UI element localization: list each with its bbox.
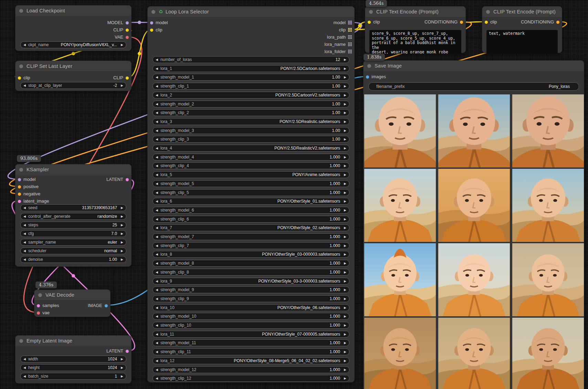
decrement-arrow-icon[interactable]: ◀ xyxy=(156,56,160,63)
decrement-arrow-icon[interactable]: ◀ xyxy=(156,171,160,178)
negative-prompt-textarea[interactable]: text, watermark xyxy=(486,30,558,54)
socket-dot[interactable] xyxy=(18,200,21,203)
widget-strength_clip_6[interactable]: ◀strength_clip_61.000▶ xyxy=(153,216,349,223)
widget-strength_model_5[interactable]: ◀strength_model_51.000▶ xyxy=(153,180,349,187)
node-title-bar[interactable]: Save Image xyxy=(364,61,584,71)
widget-lora_2[interactable]: ◀lora_2PONY/2.5DCartoonV2.safetensors▶ xyxy=(153,92,349,99)
decrement-arrow-icon[interactable]: ◀ xyxy=(156,233,160,240)
output-socket-CONDITIONING[interactable]: CONDITIONING xyxy=(424,19,463,25)
output-socket-LATENT[interactable]: LATENT xyxy=(106,348,129,354)
widget-strength_clip_1[interactable]: ◀strength_clip_11.00▶ xyxy=(153,83,349,90)
node-title-bar[interactable]: CLIP Text Encode (Prompt) xyxy=(365,7,465,17)
widget-strength_clip_2[interactable]: ◀strength_clip_21.00▶ xyxy=(153,109,349,116)
widget-width[interactable]: ◀width1024▶ xyxy=(20,356,126,362)
increment-arrow-icon[interactable]: ▶ xyxy=(342,136,346,143)
decrement-arrow-icon[interactable]: ◀ xyxy=(156,118,160,125)
widget-strength_clip_9[interactable]: ◀strength_clip_91.000▶ xyxy=(153,295,349,302)
increment-arrow-icon[interactable]: ▶ xyxy=(119,204,123,211)
increment-arrow-icon[interactable]: ▶ xyxy=(342,375,346,382)
decrement-arrow-icon[interactable]: ◀ xyxy=(23,41,28,48)
decrement-arrow-icon[interactable]: ◀ xyxy=(156,322,160,329)
widget-scheduler[interactable]: ◀schedulernormal▶ xyxy=(20,247,126,254)
increment-arrow-icon[interactable]: ▶ xyxy=(342,65,346,72)
socket-dot[interactable] xyxy=(105,304,108,307)
widget-strength_clip_12[interactable]: ◀strength_clip_121.000▶ xyxy=(153,375,349,382)
socket-dot[interactable] xyxy=(18,185,21,188)
decrement-arrow-icon[interactable]: ◀ xyxy=(156,242,160,249)
increment-arrow-icon[interactable]: ▶ xyxy=(342,295,346,302)
socket-dot[interactable] xyxy=(126,29,129,32)
input-socket-negative[interactable]: negative xyxy=(18,191,40,197)
widget-lora_4[interactable]: ◀lora_4PONY/2.5DRealisticV2.safetensors▶ xyxy=(153,145,349,152)
decrement-arrow-icon[interactable]: ◀ xyxy=(156,101,160,108)
socket-dot[interactable] xyxy=(150,21,153,24)
increment-arrow-icon[interactable]: ▶ xyxy=(342,242,346,249)
widget-strength_clip_7[interactable]: ◀strength_clip_71.000▶ xyxy=(153,242,349,249)
increment-arrow-icon[interactable]: ▶ xyxy=(342,154,346,161)
output-socket-LATENT[interactable]: LATENT xyxy=(106,177,129,182)
decrement-arrow-icon[interactable]: ◀ xyxy=(156,154,160,161)
node-save-image[interactable]: Save Image xyxy=(363,60,584,389)
widget-strength_clip_4[interactable]: ◀strength_clip_41.000▶ xyxy=(153,162,349,169)
increment-arrow-icon[interactable]: ▶ xyxy=(342,286,346,293)
widget-ckpt_name[interactable]: ◀ckpt_namePONY/ponyDiffusionV6XL_v...▶ xyxy=(20,41,126,48)
node-ksampler[interactable]: KSampler modelpositivenegativelatent_ima… xyxy=(15,164,132,267)
increment-arrow-icon[interactable]: ▶ xyxy=(342,198,346,205)
widget-filename_prefix[interactable]: filename_prefixPony_loras xyxy=(368,82,579,91)
node-empty-latent-image[interactable]: Empty Latent Image LATENT◀width1024▶◀hei… xyxy=(15,335,132,383)
increment-arrow-icon[interactable]: ▶ xyxy=(342,56,346,63)
increment-arrow-icon[interactable]: ▶ xyxy=(342,83,346,90)
socket-dot[interactable] xyxy=(556,21,559,24)
node-clip-text-encode-positive[interactable]: CLIP Text Encode (Prompt) score_9, score… xyxy=(365,6,466,53)
socket-dot[interactable] xyxy=(150,29,153,32)
widget-strength_clip_11[interactable]: ◀strength_clip_111.000▶ xyxy=(153,348,349,355)
input-socket-latent_image[interactable]: latent_image xyxy=(18,198,49,204)
increment-arrow-icon[interactable]: ▶ xyxy=(342,180,346,187)
decrement-arrow-icon[interactable]: ◀ xyxy=(156,65,160,72)
socket-dot[interactable] xyxy=(126,178,129,181)
widget-denoise[interactable]: ◀denoise1.00▶ xyxy=(20,256,126,263)
input-socket-clip[interactable]: clip xyxy=(150,27,162,33)
decrement-arrow-icon[interactable]: ◀ xyxy=(23,222,28,228)
increment-arrow-icon[interactable]: ▶ xyxy=(342,331,346,338)
widget-strength_model_11[interactable]: ◀strength_model_111.000▶ xyxy=(153,339,349,346)
decrement-arrow-icon[interactable]: ◀ xyxy=(156,145,160,152)
widget-lora_7[interactable]: ◀lora_7PONY/OtherStyle_02.safetensors▶ xyxy=(153,224,349,231)
increment-arrow-icon[interactable]: ▶ xyxy=(342,118,346,125)
widget-lora_1[interactable]: ◀lora_1PONY/2.5DCartoon.safetensors▶ xyxy=(153,65,349,72)
increment-arrow-icon[interactable]: ▶ xyxy=(342,162,346,169)
increment-arrow-icon[interactable]: ▶ xyxy=(342,145,346,152)
increment-arrow-icon[interactable]: ▶ xyxy=(342,189,346,196)
input-socket-model[interactable]: model xyxy=(150,20,168,25)
widget-number_of_loras[interactable]: ◀number_of_loras12▶ xyxy=(153,56,349,63)
decrement-arrow-icon[interactable]: ◀ xyxy=(156,331,160,338)
increment-arrow-icon[interactable]: ▶ xyxy=(119,222,123,228)
increment-arrow-icon[interactable]: ▶ xyxy=(342,207,346,214)
node-title-bar[interactable]: CLIP Set Last Layer xyxy=(15,61,131,71)
increment-arrow-icon[interactable]: ▶ xyxy=(342,304,346,311)
widget-strength_model_8[interactable]: ◀strength_model_81.000▶ xyxy=(153,260,349,267)
decrement-arrow-icon[interactable]: ◀ xyxy=(156,260,160,267)
increment-arrow-icon[interactable]: ▶ xyxy=(342,339,346,346)
socket-dot[interactable] xyxy=(126,350,129,353)
output-socket-CLIP[interactable]: CLIP xyxy=(113,27,129,33)
decrement-arrow-icon[interactable]: ◀ xyxy=(23,230,28,237)
increment-arrow-icon[interactable]: ▶ xyxy=(119,41,123,48)
decrement-arrow-icon[interactable]: ◀ xyxy=(156,366,160,373)
widget-lora_3[interactable]: ◀lora_3PONY/2.5DRealistic.safetensors▶ xyxy=(153,118,349,125)
decrement-arrow-icon[interactable]: ◀ xyxy=(156,74,160,81)
widget-stop_at_clip_layer[interactable]: ◀stop_at_clip_layer-2▶ xyxy=(20,82,126,89)
output-socket-MODEL[interactable]: MODEL xyxy=(107,20,129,25)
widget-strength_model_6[interactable]: ◀strength_model_61.000▶ xyxy=(153,207,349,214)
widget-strength_clip_8[interactable]: ◀strength_clip_81.000▶ xyxy=(153,269,349,276)
widget-control_after_generate[interactable]: ◀control_after_generaterandomize▶ xyxy=(20,213,126,220)
decrement-arrow-icon[interactable]: ◀ xyxy=(156,216,160,223)
increment-arrow-icon[interactable]: ▶ xyxy=(119,373,123,380)
input-socket-clip[interactable]: clip xyxy=(368,19,380,25)
decrement-arrow-icon[interactable]: ◀ xyxy=(156,109,160,116)
increment-arrow-icon[interactable]: ▶ xyxy=(342,357,346,364)
output-socket-CLIP[interactable]: CLIP xyxy=(113,75,129,81)
widget-cfg[interactable]: ◀cfg7.0▶ xyxy=(20,230,126,237)
increment-arrow-icon[interactable]: ▶ xyxy=(342,251,346,258)
increment-arrow-icon[interactable]: ▶ xyxy=(119,230,123,237)
